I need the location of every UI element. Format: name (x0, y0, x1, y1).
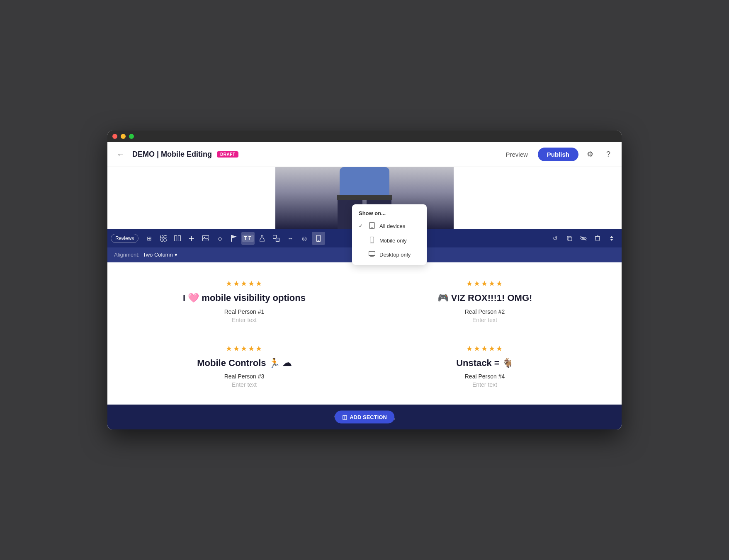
review-3-text[interactable]: Enter text (136, 381, 352, 388)
help-button[interactable]: ? (602, 148, 615, 161)
preview-button[interactable]: Preview (501, 148, 532, 160)
flask-toolbar-icon[interactable] (255, 232, 269, 245)
review-card-4: ★★★★★ Unstack = 🐐 Real Person #4 Enter t… (373, 340, 597, 393)
review-card-3: ★★★★★ Mobile Controls 🏃 ☁ Real Person #3… (132, 340, 356, 393)
add-section-label: ADD SECTION (350, 414, 387, 420)
layers-icon: ◫ (342, 414, 347, 420)
alignment-value-text: Two Column (143, 252, 173, 258)
checkmark-icon: ✓ (359, 223, 364, 229)
all-devices-label: All devices (379, 223, 405, 229)
review-4-text[interactable]: Enter text (377, 381, 593, 388)
mac-minimize-btn[interactable] (121, 134, 126, 139)
svg-rect-7 (164, 235, 166, 238)
desktop-only-option[interactable]: Desktop only (352, 248, 427, 262)
layers-toolbar-icon[interactable] (270, 232, 283, 245)
mobile-only-icon (369, 237, 375, 245)
reorder-toolbar-icon[interactable] (605, 232, 618, 245)
review-3-title: Mobile Controls 🏃 ☁ (136, 357, 352, 369)
review-4-stars: ★★★★★ (377, 344, 593, 353)
svg-rect-35 (369, 251, 375, 255)
review-4-title: Unstack = 🐐 (377, 357, 593, 369)
svg-rect-26 (568, 237, 572, 241)
mac-maximize-btn[interactable] (129, 134, 134, 139)
grid-toolbar-icon[interactable]: ⊞ (143, 232, 156, 245)
svg-rect-16 (231, 235, 232, 242)
chevron-down-icon: ▾ (175, 252, 177, 258)
add-section-button[interactable]: ◫ ADD SECTION (335, 411, 394, 424)
review-1-stars: ★★★★★ (136, 279, 352, 288)
review-1-title: I 🩷 mobile visibility options (136, 292, 352, 304)
alignment-label: Alignment: (114, 252, 139, 258)
shape-toolbar-icon[interactable]: ◇ (213, 232, 226, 245)
review-1-text[interactable]: Enter text (136, 317, 352, 323)
selection-toolbar-icon[interactable] (157, 232, 170, 245)
svg-rect-6 (160, 235, 163, 238)
show-on-dropdown: Show on... ✓ All devices (352, 204, 427, 265)
undo-toolbar-icon[interactable]: ↺ (549, 232, 562, 245)
review-2-stars: ★★★★★ (377, 279, 593, 288)
review-4-author: Real Person #4 (377, 373, 593, 380)
help-icon: ? (606, 150, 610, 159)
svg-rect-8 (160, 239, 163, 241)
delete-toolbar-icon[interactable] (591, 232, 604, 245)
settings-button[interactable]: ⚙ (583, 148, 597, 161)
section-label-button[interactable]: Reviews (111, 234, 139, 243)
publish-button[interactable]: Publish (538, 148, 578, 161)
app-header: ← DEMO | Mobile Editing DRAFT Preview Pu… (107, 142, 622, 167)
duplicate-toolbar-icon[interactable] (563, 232, 576, 245)
dropdown-header: Show on... (352, 208, 427, 219)
header-right: Preview Publish ⚙ ? (501, 148, 615, 161)
reviews-grid: ★★★★★ I 🩷 mobile visibility options Real… (132, 275, 597, 392)
review-3-stars: ★★★★★ (136, 344, 352, 353)
back-button[interactable]: ← (114, 148, 127, 161)
svg-rect-11 (178, 235, 181, 241)
review-2-text[interactable]: Enter text (377, 317, 593, 323)
alignment-value[interactable]: Two Column ▾ (143, 252, 177, 258)
header-left: ← DEMO | Mobile Editing DRAFT (114, 148, 238, 161)
review-card-1: ★★★★★ I 🩷 mobile visibility options Real… (132, 275, 356, 327)
flag-toolbar-icon[interactable] (227, 232, 241, 245)
footer-area: © Shopify Unstack ◫ ADD SECTION (107, 405, 622, 429)
toolbar-right-group: ↺ (549, 232, 618, 245)
mobile-only-option[interactable]: Mobile only (352, 233, 427, 248)
target-toolbar-icon[interactable]: ◎ (298, 232, 311, 245)
main-content: Reviews ⊞ (107, 167, 622, 429)
mobile-only-label: Mobile only (379, 238, 407, 244)
svg-text:T: T (244, 235, 247, 241)
review-3-author: Real Person #3 (136, 373, 352, 380)
all-devices-icon (369, 222, 375, 230)
desktop-only-label: Desktop only (379, 252, 411, 258)
all-devices-option[interactable]: ✓ All devices (352, 219, 427, 233)
draft-badge: DRAFT (217, 151, 238, 158)
reviews-section: ★★★★★ I 🩷 mobile visibility options Real… (107, 262, 622, 405)
add-toolbar-icon[interactable] (185, 232, 198, 245)
desktop-only-icon (369, 251, 375, 258)
mac-close-btn[interactable] (112, 134, 117, 139)
page-title: DEMO | Mobile Editing (132, 150, 212, 159)
visibility-toolbar-icon[interactable] (577, 232, 590, 245)
svg-rect-22 (276, 238, 279, 241)
svg-rect-4 (337, 195, 392, 200)
mac-titlebar (107, 131, 622, 142)
review-card-2: ★★★★★ 🎮 VIZ ROX!!!1! OMG! Real Person #2… (373, 275, 597, 327)
svg-rect-9 (164, 239, 166, 241)
text-bg-toolbar-icon[interactable]: T T (241, 232, 255, 245)
review-1-author: Real Person #1 (136, 308, 352, 315)
review-2-author: Real Person #2 (377, 308, 593, 315)
svg-rect-14 (203, 235, 209, 241)
mac-window: ← DEMO | Mobile Editing DRAFT Preview Pu… (107, 131, 622, 429)
image-toolbar-icon[interactable] (199, 232, 212, 245)
columns-toolbar-icon[interactable] (171, 232, 184, 245)
svg-rect-10 (175, 235, 177, 241)
mobile-toolbar-icon[interactable] (312, 232, 325, 245)
review-2-title: 🎮 VIZ ROX!!!1! OMG! (377, 292, 593, 304)
resize-toolbar-icon[interactable]: ↔ (284, 232, 297, 245)
gear-icon: ⚙ (587, 150, 593, 159)
